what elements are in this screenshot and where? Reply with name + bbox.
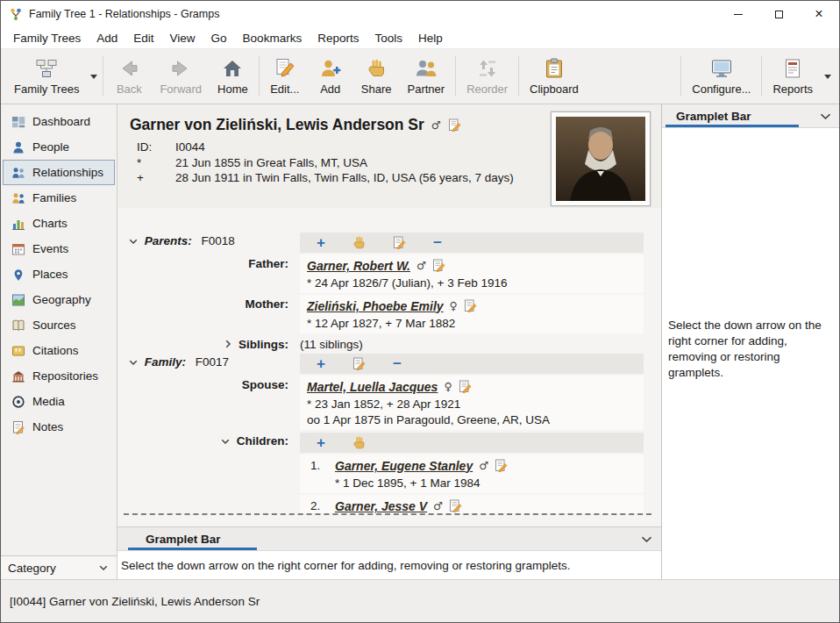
menu-bookmarks[interactable]: Bookmarks: [235, 29, 310, 47]
menu-edit[interactable]: Edit: [125, 29, 161, 47]
gramplet-bar-panel-body: Select the down arrow on the right corne…: [662, 128, 839, 579]
navigator-sidebar: Dashboard People Relationships Families …: [1, 104, 117, 579]
gramps-logo-icon: [9, 7, 23, 21]
repositories-icon: [11, 369, 25, 383]
edit-person-button[interactable]: [448, 118, 461, 132]
menu-tools[interactable]: Tools: [367, 29, 410, 47]
sidebar-item-people[interactable]: People: [3, 134, 115, 160]
menu-family-trees[interactable]: Family Trees: [5, 29, 89, 47]
edit-family-button[interactable]: [352, 357, 366, 370]
gramplet-bar-panel-header[interactable]: Gramplet Bar: [662, 104, 839, 128]
families-icon: [11, 191, 25, 205]
add-child-button[interactable]: +: [317, 437, 325, 449]
remove-parents-button[interactable]: −: [433, 237, 442, 249]
edit-mother-button[interactable]: [464, 299, 477, 312]
bottom-gramplet-bar-header[interactable]: Gramplet Bar: [117, 526, 661, 550]
add-parents-button[interactable]: +: [317, 237, 325, 249]
sidebar-item-charts[interactable]: Charts: [3, 211, 115, 236]
menu-view[interactable]: View: [162, 29, 203, 47]
sidebar-item-families[interactable]: Families: [3, 185, 115, 211]
edit-spouse-button[interactable]: [459, 380, 472, 393]
gramplet-bar-expand-icon[interactable]: [820, 113, 831, 120]
toolbar-clipboard-button[interactable]: Clipboard: [522, 54, 587, 99]
partner-icon: [415, 57, 438, 80]
menu-help[interactable]: Help: [410, 29, 451, 47]
sidebar-item-notes[interactable]: Notes: [3, 414, 115, 440]
statusbar: [I0044] Garner von Zieliński, Lewis Ande…: [1, 579, 839, 622]
child-name-link[interactable]: Garner, Jesse V: [335, 499, 427, 513]
siblings-summary: (11 siblings): [300, 335, 644, 351]
content-area: Dashboard People Relationships Families …: [1, 104, 839, 579]
toolbar-reports-button[interactable]: Reports: [765, 54, 821, 99]
share-parents-button[interactable]: [352, 236, 366, 249]
collapse-family-icon[interactable]: [129, 360, 138, 366]
child-dates: * 1 Dec 1895, + 1 Mar 1984: [335, 476, 637, 491]
spouse-name-link[interactable]: Martel, Luella Jacques: [307, 380, 438, 394]
child-name-link[interactable]: Garner, Eugene Stanley: [335, 459, 473, 473]
add-family-button[interactable]: +: [317, 358, 325, 370]
toolbar-forward-button[interactable]: Forward: [152, 54, 210, 99]
chevron-down-icon: [99, 565, 108, 571]
toolbar-partner-button[interactable]: Partner: [399, 54, 452, 99]
people-icon: [11, 140, 25, 154]
children-button-strip: +: [300, 433, 644, 453]
configure-icon: [710, 57, 733, 80]
sidebar-item-citations[interactable]: Citations: [3, 338, 115, 363]
toolbar-share-button[interactable]: Share: [353, 54, 400, 99]
sidebar-item-media[interactable]: Media: [3, 389, 115, 414]
sidebar-item-places[interactable]: Places: [3, 261, 115, 287]
edit-father-button[interactable]: [432, 259, 445, 272]
edit-child-button[interactable]: [495, 459, 508, 472]
edit-icon: [274, 57, 296, 80]
toolbar-edit-button[interactable]: Edit...: [262, 54, 308, 99]
toolbar-add-button[interactable]: Add: [308, 54, 353, 99]
sidebar-item-repositories[interactable]: Repositories: [3, 363, 115, 389]
collapse-children-icon[interactable]: [221, 439, 230, 445]
toolbar-family-trees-button[interactable]: Family Trees: [6, 54, 87, 99]
remove-family-button[interactable]: −: [393, 358, 402, 370]
toolbar-separator: [259, 56, 260, 97]
toolbar-configure-button[interactable]: Configure...: [684, 54, 758, 99]
male-symbol-icon: ♂: [479, 459, 488, 472]
sidebar-item-events[interactable]: Events: [3, 236, 115, 261]
share-child-button[interactable]: [352, 436, 366, 449]
male-symbol-icon: ♂: [433, 499, 443, 512]
toolbar-home-button[interactable]: Home: [210, 54, 256, 99]
minimize-button[interactable]: [718, 1, 758, 27]
gramps-window: Family Tree 1 - Relationships - Gramps ×…: [0, 0, 840, 623]
person-portrait[interactable]: [551, 111, 651, 206]
children-label: Children:: [237, 434, 288, 448]
id-label: ID:: [137, 140, 175, 155]
maximize-button[interactable]: [758, 1, 799, 27]
death-info: 28 Jun 1911 in Twin Falls, Twin Falls, I…: [175, 171, 514, 184]
toolbar-reorder-button[interactable]: Reorder: [459, 54, 516, 99]
sidebar-item-dashboard[interactable]: Dashboard: [3, 109, 115, 134]
reports-dropdown-arrow[interactable]: [821, 56, 834, 97]
menu-go[interactable]: Go: [203, 29, 235, 47]
forward-icon: [169, 57, 192, 80]
family-section-row: Family: F0017 + −: [117, 353, 644, 374]
family-trees-dropdown-arrow[interactable]: [87, 56, 100, 97]
female-symbol-icon: ♀: [450, 299, 458, 312]
father-name-link[interactable]: Garner, Robert W.: [307, 259, 410, 273]
edit-child-button[interactable]: [449, 499, 462, 512]
citations-icon: [11, 344, 25, 358]
edit-parents-button[interactable]: [393, 236, 406, 249]
category-label: Category: [8, 562, 56, 575]
sidebar-item-geography[interactable]: Geography: [3, 287, 115, 312]
menu-reports[interactable]: Reports: [310, 29, 367, 47]
toolbar-back-button[interactable]: Back: [106, 54, 152, 99]
gramplet-bar-expand-icon[interactable]: [641, 536, 652, 543]
category-selector[interactable]: Category: [1, 555, 117, 579]
sidebar-item-sources[interactable]: Sources: [3, 312, 115, 338]
menu-add[interactable]: Add: [89, 29, 125, 47]
family-section-label: Family:: [145, 355, 186, 369]
expand-siblings-icon[interactable]: [225, 340, 231, 348]
minimize-icon: [734, 14, 743, 15]
close-button[interactable]: ×: [799, 1, 839, 27]
sidebar-item-relationships[interactable]: Relationships: [3, 160, 115, 185]
mother-label: Mother:: [117, 295, 297, 333]
collapse-parents-icon[interactable]: [129, 239, 138, 245]
mother-name-link[interactable]: Zieliński, Phoebe Emily: [307, 299, 444, 313]
mother-dates: * 12 Apr 1827, + 7 Mar 1882: [307, 316, 637, 331]
